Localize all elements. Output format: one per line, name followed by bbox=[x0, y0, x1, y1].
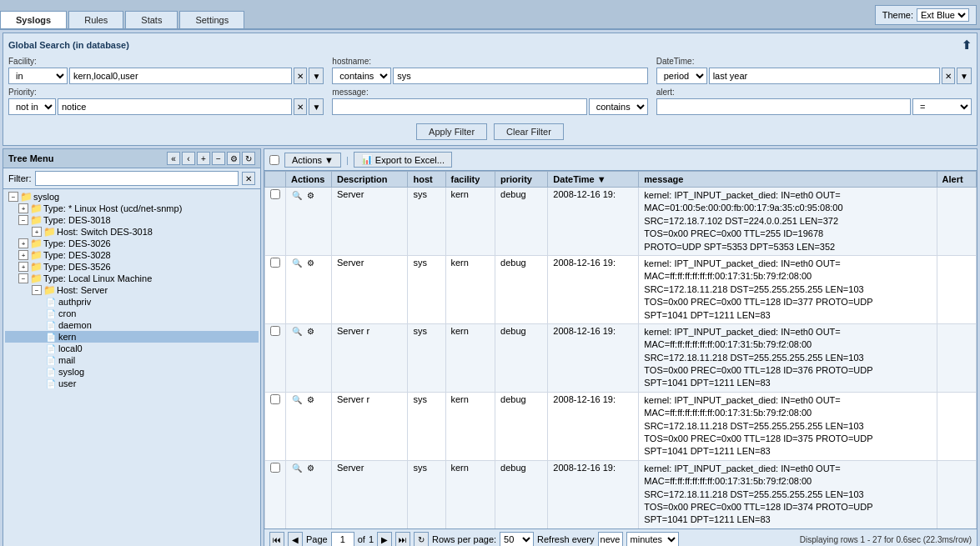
apply-filter-button[interactable]: Apply Filter bbox=[416, 123, 487, 140]
tree-item-local0[interactable]: 📄 local0 bbox=[5, 343, 259, 354]
row-gear-icon-1[interactable]: ⚙ bbox=[304, 258, 316, 269]
datetime-operator-select[interactable]: period=> bbox=[656, 68, 707, 84]
row-checkbox-3[interactable] bbox=[270, 394, 280, 404]
actions-button[interactable]: Actions ▼ bbox=[284, 153, 341, 168]
priority-filter: Priority: not inin= ✕ ▼ bbox=[8, 88, 324, 115]
expand-icon-host-server[interactable]: − bbox=[32, 285, 42, 295]
expand-icon-syslog[interactable]: − bbox=[8, 192, 18, 202]
tab-rules[interactable]: Rules bbox=[68, 11, 123, 28]
row-checkbox-0[interactable] bbox=[270, 189, 280, 199]
priority-dropdown-button[interactable]: ▼ bbox=[309, 98, 324, 115]
tree-body[interactable]: − 📁 syslog + 📁 Type: * Linux Host (ucd/n… bbox=[3, 189, 260, 546]
col-alert[interactable]: Alert bbox=[937, 172, 976, 188]
col-message[interactable]: message bbox=[639, 172, 937, 188]
row-checkbox-1[interactable] bbox=[270, 258, 280, 268]
facility-value-input[interactable] bbox=[69, 68, 292, 84]
datetime-value-input[interactable] bbox=[709, 68, 940, 84]
row-search-icon-3[interactable]: 🔍 bbox=[291, 394, 303, 406]
export-excel-button[interactable]: 📊 Export to Excel... bbox=[354, 152, 452, 168]
clear-filter-button[interactable]: Clear Filter bbox=[494, 123, 564, 140]
tree-item-authpriv[interactable]: 📄 authpriv bbox=[5, 296, 259, 308]
expand-icon-des3526[interactable]: + bbox=[18, 262, 28, 272]
tree-item-daemon[interactable]: 📄 daemon bbox=[5, 319, 259, 331]
datetime-filter: DateTime: period=> ✕ ▼ bbox=[656, 57, 972, 84]
tree-item-des3526[interactable]: + 📁 Type: DES-3526 bbox=[5, 261, 259, 273]
collapse-button[interactable]: ⬆ bbox=[962, 38, 972, 52]
row-gear-icon-2[interactable]: ⚙ bbox=[304, 326, 316, 338]
row-gear-icon-0[interactable]: ⚙ bbox=[304, 189, 316, 201]
alert-operator-select[interactable]: =contains bbox=[912, 98, 972, 115]
tree-item-des3028[interactable]: + 📁 Type: DES-3028 bbox=[5, 249, 259, 261]
tree-label-des3018: Type: DES-3018 bbox=[43, 215, 111, 225]
priority-operator-select[interactable]: not inin= bbox=[8, 98, 56, 115]
tree-settings-button[interactable]: ⚙ bbox=[227, 152, 240, 165]
message-value-input[interactable] bbox=[332, 98, 586, 115]
row-search-icon-2[interactable]: 🔍 bbox=[291, 326, 303, 338]
expand-icon-des3028[interactable]: + bbox=[18, 250, 28, 260]
tree-item-local-linux[interactable]: − 📁 Type: Local Linux Machine bbox=[5, 273, 259, 284]
col-datetime[interactable]: DateTime ▼ bbox=[548, 172, 639, 188]
expand-icon-local-linux[interactable]: − bbox=[18, 273, 28, 283]
refresh-unit-select[interactable]: minutesseconds bbox=[626, 532, 679, 546]
tab-stats[interactable]: Stats bbox=[125, 11, 178, 28]
facility-clear-button[interactable]: ✕ bbox=[294, 68, 307, 84]
col-facility[interactable]: facility bbox=[445, 172, 495, 188]
row-checkbox-4[interactable] bbox=[270, 463, 280, 473]
col-priority[interactable]: priority bbox=[495, 172, 548, 188]
tree-item-linux-host[interactable]: + 📁 Type: * Linux Host (ucd/net-snmp) bbox=[5, 203, 259, 214]
tab-syslogs[interactable]: Syslogs bbox=[0, 11, 67, 28]
tree-item-user[interactable]: 📄 user bbox=[5, 378, 259, 389]
tree-filter-clear-button[interactable]: ✕ bbox=[242, 172, 255, 185]
priority-value-input[interactable] bbox=[58, 98, 292, 115]
tree-item-des3018[interactable]: − 📁 Type: DES-3018 bbox=[5, 214, 259, 226]
tree-collapse-all-button[interactable]: « bbox=[167, 152, 180, 165]
priority-clear-button[interactable]: ✕ bbox=[294, 98, 307, 115]
row-checkbox-2[interactable] bbox=[270, 326, 280, 336]
tree-item-des3026[interactable]: + 📁 Type: DES-3026 bbox=[5, 238, 259, 249]
priority-controls: not inin= ✕ ▼ bbox=[8, 98, 324, 115]
datetime-dropdown-button[interactable]: ▼ bbox=[957, 68, 972, 84]
datetime-clear-button[interactable]: ✕ bbox=[942, 68, 955, 84]
col-description[interactable]: Description bbox=[332, 172, 408, 188]
tree-prev-button[interactable]: ‹ bbox=[182, 152, 195, 165]
tree-item-host-server[interactable]: − 📁 Host: Server bbox=[5, 284, 259, 296]
tree-item-switch-des3018[interactable]: + 📁 Host: Switch DES-3018 bbox=[5, 226, 259, 238]
page-prev-button[interactable]: ◀ bbox=[288, 532, 303, 546]
row-gear-icon-4[interactable]: ⚙ bbox=[304, 463, 316, 474]
tree-remove-button[interactable]: − bbox=[212, 152, 225, 165]
page-last-button[interactable]: ⏭ bbox=[395, 532, 410, 546]
page-next-button[interactable]: ▶ bbox=[377, 532, 392, 546]
expand-icon-des3018[interactable]: − bbox=[18, 215, 28, 225]
expand-icon-linux-host[interactable]: + bbox=[18, 203, 28, 213]
page-refresh-button[interactable]: ↻ bbox=[414, 532, 429, 546]
hostname-value-input[interactable] bbox=[393, 68, 647, 84]
tree-item-syslog[interactable]: 📄 syslog bbox=[5, 366, 259, 378]
hostname-operator-select[interactable]: contains= bbox=[332, 68, 391, 84]
alert-value-input[interactable] bbox=[656, 98, 911, 115]
tree-add-button[interactable]: + bbox=[197, 152, 210, 165]
tree-item-kern[interactable]: 📄 kern bbox=[5, 331, 259, 343]
rows-per-page-select[interactable]: 5025100 bbox=[500, 532, 534, 546]
select-all-checkbox[interactable] bbox=[269, 155, 279, 165]
tab-settings[interactable]: Settings bbox=[179, 11, 244, 28]
page-first-button[interactable]: ⏮ bbox=[269, 532, 284, 546]
theme-select[interactable]: Ext Blue bbox=[917, 8, 969, 22]
col-host[interactable]: host bbox=[408, 172, 445, 188]
tree-item-mail[interactable]: 📄 mail bbox=[5, 354, 259, 366]
tree-item-syslog-root[interactable]: − 📁 syslog bbox=[5, 191, 259, 203]
expand-icon-switch-des3018[interactable]: + bbox=[32, 227, 42, 237]
row-search-icon-4[interactable]: 🔍 bbox=[291, 463, 303, 474]
facility-dropdown-button[interactable]: ▼ bbox=[309, 68, 324, 84]
tree-refresh-button[interactable]: ↻ bbox=[242, 152, 255, 165]
col-actions[interactable]: Actions bbox=[286, 172, 332, 188]
message-operator-select[interactable]: contains= bbox=[589, 98, 648, 115]
tree-item-cron[interactable]: 📄 cron bbox=[5, 308, 259, 319]
refresh-value-input[interactable] bbox=[598, 532, 623, 546]
expand-icon-des3026[interactable]: + bbox=[18, 238, 28, 248]
tree-filter-input[interactable] bbox=[35, 171, 239, 186]
row-search-icon-0[interactable]: 🔍 bbox=[291, 189, 303, 201]
page-number-input[interactable] bbox=[331, 532, 354, 546]
row-gear-icon-3[interactable]: ⚙ bbox=[304, 394, 316, 406]
facility-operator-select[interactable]: innot incontains= bbox=[8, 68, 68, 84]
row-search-icon-1[interactable]: 🔍 bbox=[291, 258, 303, 269]
